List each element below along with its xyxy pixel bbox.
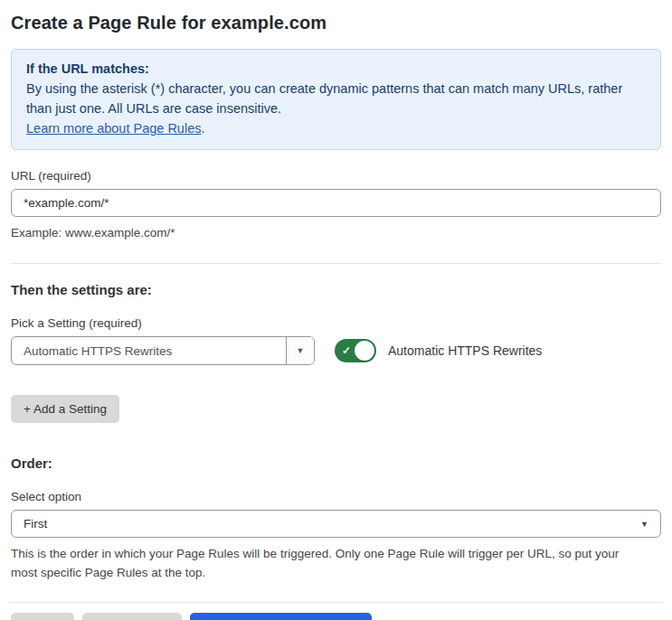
order-helper-text: This is the order in which your Page Rul… — [11, 544, 644, 582]
add-setting-button[interactable]: + Add a Setting — [11, 395, 119, 423]
setting-select-value: Automatic HTTPS Rewrites — [12, 337, 286, 364]
order-select-value: First — [24, 517, 47, 531]
setting-select[interactable]: Automatic HTTPS Rewrites ▼ — [11, 336, 315, 365]
save-as-draft-button[interactable]: Save as Draft — [82, 613, 182, 620]
chevron-down-icon: ▼ — [297, 346, 305, 355]
learn-more-link[interactable]: Learn more about Page Rules — [26, 121, 201, 136]
toggle-knob — [355, 341, 374, 361]
footer-actions: Cancel Save as Draft Save and Deploy Pag… — [11, 613, 661, 620]
info-box-heading: If the URL matches: — [26, 59, 646, 79]
footer-divider — [11, 602, 661, 603]
toggle-label: Automatic HTTPS Rewrites — [388, 343, 542, 358]
setting-row: Automatic HTTPS Rewrites ▼ ✓ Automatic H… — [11, 336, 661, 365]
section-divider — [11, 263, 661, 264]
url-input[interactable] — [11, 189, 661, 217]
order-select[interactable]: First ▼ — [11, 510, 661, 538]
chevron-down-icon: ▼ — [640, 520, 648, 529]
page-rule-form: Create a Page Rule for example.com If th… — [0, 0, 672, 620]
order-select-label: Select option — [11, 490, 661, 503]
save-and-deploy-button[interactable]: Save and Deploy Page Rule — [190, 613, 373, 620]
page-title: Create a Page Rule for example.com — [11, 13, 661, 33]
url-example-helper: Example: www.example.com/* — [11, 223, 661, 242]
https-rewrites-toggle[interactable]: ✓ — [335, 339, 376, 362]
setting-select-arrow-button[interactable]: ▼ — [286, 337, 314, 364]
url-field-label: URL (required) — [11, 169, 661, 183]
check-icon: ✓ — [342, 344, 351, 357]
order-section-heading: Order: — [11, 456, 661, 471]
url-matches-info-box: If the URL matches: By using the asteris… — [11, 49, 661, 150]
settings-section-heading: Then the settings are: — [11, 282, 661, 297]
link-suffix: . — [201, 121, 204, 136]
info-box-body: By using the asterisk (*) character, you… — [26, 79, 646, 118]
cancel-button[interactable]: Cancel — [11, 613, 74, 620]
pick-setting-label: Pick a Setting (required) — [11, 316, 661, 330]
info-box-link-line: Learn more about Page Rules. — [26, 118, 646, 138]
